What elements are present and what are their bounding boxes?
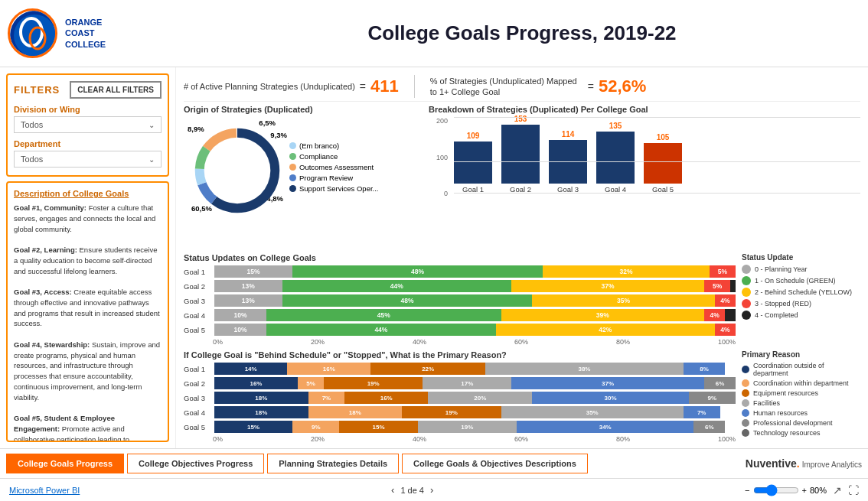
reason-legend-item: Professional development — [742, 419, 860, 427]
reason-bar-segment: 14% — [214, 363, 287, 375]
reason-title: If College Goal is "Behind Schedule" or … — [184, 350, 736, 359]
status-goal-label: Goal 1 — [184, 268, 211, 276]
bar-goal3: 114 Goal 3 — [549, 130, 587, 194]
logo-area: ORANGE COAST COLLEGE — [8, 8, 184, 58]
zoom-value: 80% — [810, 486, 827, 495]
gridline-mid — [454, 161, 860, 162]
reason-bar-segment: 20% — [428, 392, 532, 404]
y-axis-100: 100 — [436, 154, 448, 161]
zoom-minus-icon[interactable]: − — [745, 486, 749, 495]
department-dropdown[interactable]: Todos ⌄ — [14, 151, 162, 168]
status-bar-segment: 10% — [214, 324, 266, 336]
bar-rect-4 — [596, 132, 635, 184]
bar-goal2: 153 Goal 2 — [501, 115, 540, 194]
y-axis-200: 200 — [436, 117, 448, 125]
clear-filters-button[interactable]: CLEAR ALL FILTERS — [70, 81, 162, 99]
zoom-slider[interactable] — [753, 484, 799, 496]
nuventive-product: Improve Analytics — [802, 460, 862, 469]
status-goal-row: Goal 410%45%39%4% — [184, 309, 736, 321]
nuventive-brand: Nuventive. Improve Analytics — [746, 457, 862, 470]
reason-goal-label: Goal 2 — [184, 379, 211, 388]
reason-bar-segment: 34% — [517, 421, 694, 433]
reason-bar-segment: 16% — [287, 363, 370, 375]
reason-goal-label: Goal 3 — [184, 394, 211, 402]
status-bar-segment: 39% — [501, 309, 705, 321]
reason-bar-segment: 18% — [214, 406, 308, 418]
reason-goal-label: Goal 5 — [184, 423, 211, 431]
logo-text: ORANGE COAST COLLEGE — [65, 17, 106, 50]
prev-page-arrow[interactable]: ‹ — [391, 484, 394, 496]
mapped-value: 52,6% — [599, 76, 646, 96]
reason-x-axis: 0% 20% 40% 60% 80% 100% — [184, 435, 736, 443]
charts-row: Origin of Strategies (Duplicated) 6,5% 9… — [184, 105, 860, 250]
content-area: FILTERS CLEAR ALL FILTERS Division or Wi… — [0, 67, 868, 448]
nuventive-name: Nuventive. — [746, 457, 800, 470]
reason-legend-area: Primary Reason Coordination outside of d… — [742, 350, 860, 443]
bottom-tabs: College Goals Progress College Objective… — [0, 448, 868, 478]
legend-item-programreview: Program Review — [289, 174, 379, 182]
legend-dot-compliance — [289, 153, 296, 160]
status-bar-segment: 4% — [715, 324, 736, 336]
department-label: Department — [14, 139, 162, 148]
main-content: # of Active Planning Strategies (Undupli… — [176, 67, 868, 448]
reason-bar-segment: 16% — [214, 377, 298, 389]
reason-goal-row: Goal 114%16%22%38%8% — [184, 363, 736, 375]
reason-legend-item: Technology resources — [742, 429, 860, 437]
next-page-arrow[interactable]: › — [430, 484, 433, 496]
y-axis: 200 100 0 — [429, 117, 448, 209]
donut-title: Origin of Strategies (Duplicated) — [184, 105, 421, 114]
description-title: Description of College Goals — [14, 189, 162, 198]
tab-college-goals-progress[interactable]: College Goals Progress — [6, 454, 124, 473]
division-label: Division or Wing — [14, 105, 162, 114]
zoom-plus-icon[interactable]: + — [802, 486, 807, 495]
gridline-bot — [454, 193, 860, 194]
bar-rect-1 — [454, 142, 492, 184]
footer-right: − + 80% ↗ ⛶ — [745, 484, 859, 496]
status-goal-label: Goal 2 — [184, 282, 211, 291]
description-box: Description of College Goals Goal #1, Co… — [6, 181, 169, 442]
status-goal-row: Goal 213%44%37%5% — [184, 280, 736, 292]
legend-item-support: Support Services Oper... — [289, 184, 379, 193]
status-bar-segment: 15% — [214, 265, 292, 278]
reason-bar-segment: 35% — [501, 406, 684, 418]
header: ORANGE COAST COLLEGE College Goals Progr… — [0, 0, 868, 67]
tab-college-goals-descriptions[interactable]: College Goals & Objectives Descriptions — [402, 454, 588, 473]
bar-value-5: 105 — [657, 133, 670, 142]
status-goal-label: Goal 4 — [184, 311, 211, 320]
donut-section: Origin of Strategies (Duplicated) 6,5% 9… — [184, 105, 421, 250]
page-info: 1 de 4 — [400, 486, 424, 495]
status-bar-segment: 44% — [266, 324, 496, 336]
reason-bar-segment: 22% — [370, 363, 485, 375]
reason-goal-row: Goal 318%7%16%20%30%9% — [184, 392, 736, 404]
status-bar-segment: 32% — [543, 265, 710, 278]
reason-goal-row: Goal 418%18%19%35%7% — [184, 406, 736, 418]
bar-rect-3 — [549, 140, 587, 184]
bar-title: Breakdown of Strategies (Duplicated) Per… — [429, 105, 860, 114]
mapped-equals: = — [588, 80, 594, 93]
status-legend-item: 3 - Stopped (RED) — [742, 299, 860, 308]
powerbi-link[interactable]: Microsoft Power BI — [9, 486, 80, 495]
reason-bar-segment: 17% — [423, 377, 511, 389]
donut-container: 6,5% 9,3% 14,8% 60,5% 8,9% — [184, 117, 421, 216]
reason-bar-track: 18%7%16%20%30%9% — [214, 392, 736, 404]
status-bar-segment: 5% — [704, 280, 730, 292]
division-dropdown[interactable]: Todos ⌄ — [14, 116, 162, 133]
status-bars-container: Goal 115%48%32%5%Goal 213%44%37%5%Goal 3… — [184, 265, 736, 336]
donut-legend: (Em branco) Compliance Outcomes Assessme… — [289, 142, 379, 193]
share-icon[interactable]: ↗ — [833, 484, 842, 496]
status-legend-item: 0 - Planning Year — [742, 265, 860, 274]
status-legend-dot — [742, 276, 751, 285]
status-bar-segment: 48% — [292, 265, 543, 278]
tab-college-objectives-progress[interactable]: College Objectives Progress — [127, 454, 264, 473]
status-x-axis: 0% 20% 40% 60% 80% 100% — [184, 338, 736, 346]
fullscreen-icon[interactable]: ⛶ — [848, 484, 859, 496]
zoom-controls: − + 80% — [745, 484, 827, 496]
status-bar-segment — [730, 280, 736, 292]
bar-rect-2 — [501, 125, 540, 184]
tab-planning-strategies-details[interactable]: Planning Strategies Details — [267, 454, 399, 473]
reason-bar-segment: 9% — [689, 392, 736, 404]
reason-bar-segment: 19% — [418, 421, 517, 433]
filters-header: FILTERS CLEAR ALL FILTERS — [14, 81, 162, 99]
reason-legend-container: Coordination outside of departmentCoordi… — [742, 362, 860, 437]
status-bar-track: 10%44%42%4% — [214, 324, 736, 336]
